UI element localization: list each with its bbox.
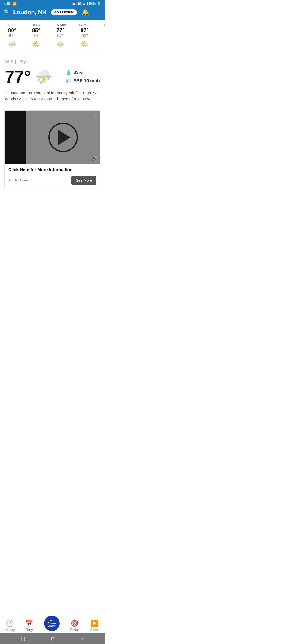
forecast-date-3: 17 Mon: [74, 23, 95, 27]
status-left: 4:52 📶: [4, 2, 17, 6]
forecast-date-2: 16 Sun: [50, 23, 71, 27]
day-main-row: 77° ⛈️ 💧 89% 💨 SSE 10 mph: [5, 68, 100, 85]
profile-icon[interactable]: 👤: [94, 9, 101, 16]
forecast-day-2[interactable]: 16 Sun 77° 67° ⛈️: [48, 20, 73, 53]
day-period-label: Sun | Day: [5, 59, 100, 64]
forecast-high-4: 85°: [98, 27, 105, 34]
status-time: 4:52: [4, 2, 11, 6]
forecast-icon-4: 🌤️: [98, 40, 105, 48]
wind-value: SSE 10 mph: [74, 78, 100, 84]
forecast-high-3: 87°: [74, 27, 95, 34]
play-button-circle[interactable]: [48, 123, 78, 152]
forecast-low-4: 64°: [98, 34, 105, 38]
wind-stat: 💨 SSE 10 mph: [66, 78, 100, 84]
ad-block[interactable]: ▷ 🔊 Click Here for More Information Ad B…: [4, 110, 100, 188]
forecast-day-0[interactable]: 14 Fri 80° 67° ⛈️: [0, 20, 24, 53]
forecast-icon-1: 🌤️: [26, 40, 47, 48]
status-right: ⏰ 4G 54% 🔋: [72, 2, 101, 6]
day-temperature: 77°: [5, 68, 31, 85]
alarm-icon: ⏰: [72, 2, 76, 6]
notification-icon[interactable]: 🔔: [82, 9, 89, 16]
precipitation-stat: 💧 89%: [66, 69, 100, 75]
forecast-high-0: 80°: [2, 27, 23, 34]
see-more-button[interactable]: See More: [71, 176, 96, 185]
forecast-day-4[interactable]: 18 Tue 85° 64° 🌤️: [97, 20, 105, 53]
forecast-strip[interactable]: 14 Fri 80° 67° ⛈️ 15 Sat 85° 70° 🌤️ 16 S…: [0, 20, 105, 53]
day-name: Sun: [5, 59, 13, 64]
ad-footer: Ad By Sponsor See More: [5, 174, 100, 188]
search-icon[interactable]: 🔍: [4, 9, 10, 16]
forecast-date-4: 18 Tue: [98, 23, 105, 27]
period-separator: |: [15, 59, 17, 64]
signal-bars: [83, 2, 88, 5]
forecast-icon-2: ⛈️: [50, 40, 71, 48]
battery-icon: 🔋: [97, 2, 101, 6]
app-header: 🔍 Loudon, NH GO PREMIUM 🔔 👤: [0, 7, 105, 20]
forecast-icon-0: ⛈️: [2, 40, 23, 48]
rain-drop-icon: 💧: [66, 69, 71, 75]
location-title[interactable]: Loudon, NH: [13, 9, 48, 16]
ad-video-gray-panel[interactable]: [26, 111, 100, 164]
day-weather-icon: ⛈️: [35, 70, 52, 83]
play-triangle-icon: [58, 130, 71, 145]
ad-sponsor-label: Ad By Sponsor: [8, 178, 32, 182]
status-bar: 4:52 📶 ⏰ 4G 54% 🔋: [0, 0, 105, 7]
ad-badge-icon: ▷: [94, 113, 98, 119]
wifi-icon: 📶: [12, 2, 17, 6]
forecast-low-3: 65°: [74, 34, 95, 38]
forecast-high-1: 85°: [26, 27, 47, 34]
forecast-low-1: 70°: [26, 34, 47, 38]
premium-button[interactable]: GO PREMIUM: [51, 9, 77, 15]
forecast-day-1[interactable]: 15 Sat 85° 70° 🌤️: [24, 20, 48, 53]
forecast-low-0: 67°: [2, 34, 23, 38]
forecast-icon-3: 🌤️: [74, 40, 95, 48]
day-description: Thunderstorms. Potential for heavy rainf…: [5, 90, 100, 102]
ad-video-black-panel: [5, 111, 26, 164]
period-name: Day: [17, 59, 26, 64]
forecast-date-0: 14 Fri: [2, 23, 23, 27]
ad-video[interactable]: ▷ 🔊: [5, 111, 100, 164]
forecast-day-3[interactable]: 17 Mon 87° 65° 🌤️: [73, 20, 97, 53]
ad-title[interactable]: Click Here for More Information: [5, 164, 100, 174]
battery-percent: 54%: [89, 2, 96, 6]
wind-icon: 💨: [66, 78, 71, 84]
network-type: 4G: [77, 2, 82, 6]
forecast-high-2: 77°: [50, 27, 71, 34]
forecast-low-2: 67°: [50, 34, 71, 38]
day-stats: 💧 89% 💨 SSE 10 mph: [66, 69, 100, 84]
forecast-date-1: 15 Sat: [26, 23, 47, 27]
day-detail: Sun | Day 77° ⛈️ 💧 89% 💨 SSE 10 mph Thun…: [0, 53, 105, 110]
volume-icon[interactable]: 🔊: [92, 156, 97, 162]
precipitation-value: 89%: [74, 70, 83, 75]
